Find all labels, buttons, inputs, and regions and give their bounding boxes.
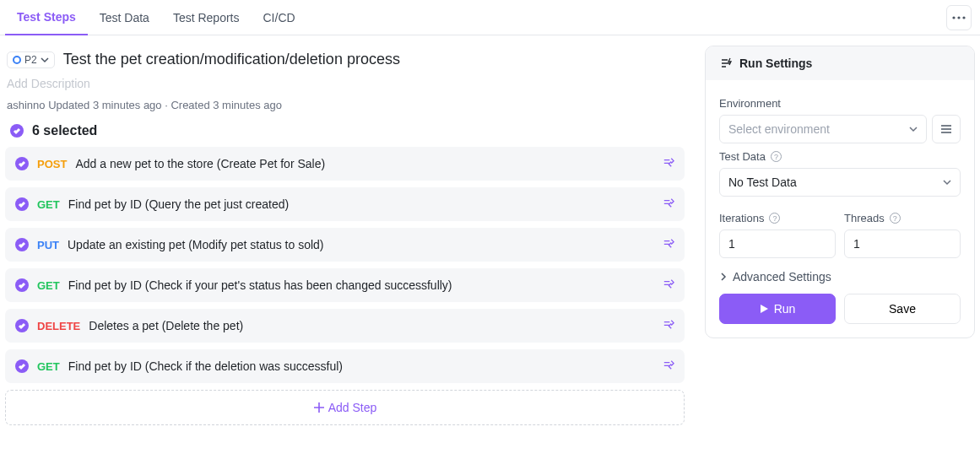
step-checkbox[interactable] (15, 157, 29, 170)
step-row[interactable]: DELETEDeletes a pet (Delete the pet) (5, 309, 685, 343)
chevron-right-icon (719, 273, 728, 281)
add-step-label: Add Step (328, 401, 377, 414)
step-label: Add a new pet to the store (Create Pet f… (75, 157, 325, 170)
step-row[interactable]: POSTAdd a new pet to the store (Create P… (5, 147, 685, 181)
step-checkbox[interactable] (15, 238, 29, 251)
test-data-select[interactable]: No Test Data (719, 168, 961, 197)
http-method: DELETE (37, 320, 80, 332)
priority-label: P2 (24, 54, 37, 66)
priority-chip[interactable]: P2 (7, 51, 55, 68)
test-data-value: No Test Data (728, 176, 797, 189)
threads-input[interactable] (844, 230, 961, 258)
step-row[interactable]: GETFind pet by ID (Check if the deletion… (5, 349, 685, 383)
environment-select[interactable]: Select environment (719, 115, 927, 143)
advanced-settings-toggle[interactable]: Advanced Settings (719, 270, 961, 284)
iterations-label: Iterations (719, 212, 764, 224)
http-method: GET (37, 279, 60, 292)
chevron-down-icon (943, 178, 951, 186)
step-label: Find pet by ID (Check if the deletion wa… (68, 359, 343, 373)
http-method: GET (37, 360, 60, 373)
more-menu-button[interactable] (946, 5, 972, 30)
selected-count: 6 selected (32, 123, 97, 138)
tabs-bar: Test StepsTest DataTest ReportsCI/CD (0, 0, 980, 35)
tab-test-reports[interactable]: Test Reports (161, 1, 252, 35)
save-button-label: Save (889, 302, 916, 316)
select-all-checkbox[interactable] (10, 124, 24, 138)
chevron-down-icon (909, 125, 918, 133)
step-checkbox[interactable] (15, 278, 29, 292)
plus-icon (313, 402, 325, 413)
iterations-input[interactable] (719, 230, 836, 258)
svg-point-2 (962, 16, 965, 19)
threads-label: Threads (844, 212, 885, 224)
svg-point-1 (957, 16, 960, 19)
step-row[interactable]: PUTUpdate an existing pet (Modify pet st… (5, 228, 685, 262)
tab-test-data[interactable]: Test Data (88, 1, 161, 35)
http-method: POST (37, 158, 67, 170)
environment-placeholder: Select environment (728, 122, 830, 136)
step-label: Update an existing pet (Modify pet statu… (68, 238, 324, 251)
step-action-icon[interactable] (662, 156, 674, 171)
save-button[interactable]: Save (844, 294, 961, 324)
svg-point-0 (952, 16, 955, 19)
step-checkbox[interactable] (15, 359, 29, 373)
step-checkbox[interactable] (15, 197, 29, 211)
step-row[interactable]: GETFind pet by ID (Check if your pet's s… (5, 268, 685, 302)
steps-list: POSTAdd a new pet to the store (Create P… (5, 147, 685, 383)
chevron-down-icon (41, 56, 49, 64)
step-label: Deletes a pet (Delete the pet) (89, 319, 243, 332)
step-label: Find pet by ID (Query the pet just creat… (68, 197, 289, 211)
play-icon (760, 304, 769, 314)
run-button[interactable]: Run (719, 294, 836, 324)
step-action-icon[interactable] (662, 359, 674, 374)
step-label: Find pet by ID (Check if your pet's stat… (68, 278, 452, 292)
settings-bolt-icon (719, 57, 733, 70)
ellipsis-icon (952, 16, 966, 19)
http-method: PUT (37, 239, 59, 251)
description-placeholder[interactable]: Add Description (5, 77, 685, 99)
step-checkbox[interactable] (15, 319, 29, 332)
step-action-icon[interactable] (662, 278, 674, 293)
run-settings-panel: Run Settings Environment Select environm… (705, 46, 975, 338)
step-action-icon[interactable] (662, 318, 674, 333)
tab-test-steps[interactable]: Test Steps (5, 0, 88, 35)
meta-info: ashinno Updated 3 minutes ago · Created … (5, 99, 685, 123)
run-settings-title: Run Settings (739, 57, 812, 70)
help-icon[interactable]: ? (769, 213, 780, 224)
environment-label: Environment (719, 97, 961, 110)
help-icon[interactable]: ? (771, 151, 782, 162)
tab-ci-cd[interactable]: CI/CD (252, 1, 307, 35)
add-step-button[interactable]: Add Step (5, 390, 685, 425)
step-row[interactable]: GETFind pet by ID (Query the pet just cr… (5, 187, 685, 221)
help-icon[interactable]: ? (890, 213, 901, 224)
http-method: GET (37, 198, 60, 211)
page-title[interactable]: Test the pet creation/modification/delet… (63, 51, 400, 68)
advanced-settings-label: Advanced Settings (733, 270, 831, 284)
priority-dot-icon (13, 56, 21, 64)
main-panel: P2 Test the pet creation/modification/de… (5, 46, 685, 425)
environment-manage-button[interactable] (932, 115, 961, 143)
step-action-icon[interactable] (662, 197, 674, 212)
step-action-icon[interactable] (662, 237, 674, 252)
run-button-label: Run (774, 302, 796, 316)
test-data-label: Test Data (719, 150, 766, 163)
list-icon (940, 124, 952, 134)
